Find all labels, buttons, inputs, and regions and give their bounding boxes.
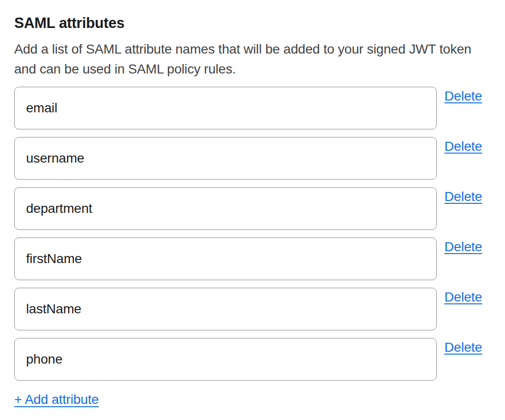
delete-attribute-link[interactable]: Delete (444, 189, 482, 205)
delete-attribute-link[interactable]: Delete (444, 289, 482, 305)
delete-attribute-link[interactable]: Delete (444, 88, 482, 104)
saml-attributes-section: SAML attributes Add a list of SAML attri… (0, 0, 505, 408)
delete-attribute-link[interactable]: Delete (444, 138, 482, 155)
section-title: SAML attributes (14, 14, 491, 32)
attribute-row: Delete (14, 87, 491, 129)
add-attribute-link[interactable]: + Add attribute (14, 391, 99, 408)
attribute-input[interactable] (14, 338, 437, 381)
attribute-input[interactable] (14, 187, 437, 230)
delete-attribute-link[interactable]: Delete (444, 239, 482, 255)
attribute-input[interactable] (14, 288, 437, 330)
attribute-input[interactable] (14, 237, 437, 280)
attribute-row: Delete (14, 338, 491, 381)
attribute-input[interactable] (14, 87, 437, 129)
attribute-input[interactable] (14, 137, 437, 180)
delete-attribute-link[interactable]: Delete (444, 339, 482, 356)
section-description: Add a list of SAML attribute names that … (14, 39, 491, 79)
attribute-row: Delete (14, 137, 491, 180)
attribute-row: Delete (14, 187, 491, 230)
attribute-row: Delete (14, 237, 491, 280)
attribute-row: Delete (14, 288, 491, 330)
